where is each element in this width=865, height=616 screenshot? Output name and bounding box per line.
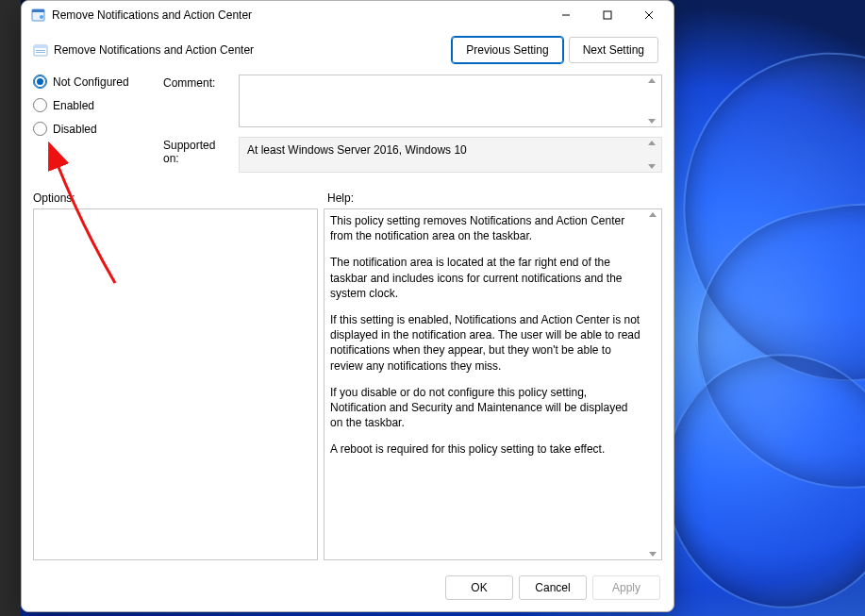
scroll-up-icon <box>649 212 657 217</box>
panel-labels: Options: Help: <box>22 188 674 208</box>
close-button[interactable] <box>628 1 670 29</box>
apply-button[interactable]: Apply <box>592 575 660 600</box>
policy-file-icon <box>31 8 46 23</box>
configuration-area: Not Configured Enabled Disabled Comment: <box>22 75 674 188</box>
radio-icon <box>33 75 47 89</box>
options-label: Options: <box>33 191 327 205</box>
comment-scrollbar[interactable] <box>644 75 659 126</box>
scroll-up-icon <box>648 78 656 83</box>
svg-rect-4 <box>604 11 611 19</box>
minimize-button[interactable] <box>545 1 587 29</box>
radio-icon <box>33 122 47 136</box>
supported-on-textbox: At least Windows Server 2016, Windows 10 <box>239 137 662 173</box>
scroll-up-icon <box>648 141 656 145</box>
policy-editor-window: Remove Notifications and Action Center R… <box>21 0 674 612</box>
window-title: Remove Notifications and Action Center <box>52 8 545 22</box>
supported-on-label: Supported on: <box>163 137 231 173</box>
scroll-down-icon <box>649 552 657 557</box>
radio-not-configured[interactable]: Not Configured <box>33 75 150 89</box>
scroll-down-icon <box>648 164 656 169</box>
radio-label: Not Configured <box>53 75 129 89</box>
comment-label: Comment: <box>163 75 231 127</box>
ok-button[interactable]: OK <box>445 575 513 600</box>
background-left-strip <box>0 0 21 616</box>
panes-container: This policy setting removes Notification… <box>22 208 674 568</box>
svg-rect-10 <box>36 52 45 53</box>
supported-on-value: At least Windows Server 2016, Windows 10 <box>247 143 467 157</box>
options-pane <box>33 208 318 560</box>
cancel-button[interactable]: Cancel <box>519 575 587 600</box>
policy-name-label: Remove Notifications and Action Center <box>54 43 452 57</box>
svg-rect-9 <box>36 50 45 51</box>
help-label: Help: <box>327 191 354 205</box>
radio-label: Enabled <box>53 99 94 112</box>
dialog-footer: OK Cancel Apply <box>22 568 674 611</box>
supported-scrollbar[interactable] <box>644 138 659 172</box>
comment-textarea[interactable] <box>239 75 662 127</box>
state-radio-group: Not Configured Enabled Disabled <box>33 75 150 182</box>
policy-item-icon <box>33 42 48 58</box>
help-paragraph: This policy setting removes Notification… <box>330 213 642 243</box>
help-paragraph: A reboot is required for this policy set… <box>330 441 642 457</box>
help-pane: This policy setting removes Notification… <box>324 208 662 560</box>
titlebar[interactable]: Remove Notifications and Action Center <box>22 1 674 29</box>
radio-label: Disabled <box>53 123 97 136</box>
metadata-fields: Comment: Supported on: At least Windows … <box>163 75 662 182</box>
maximize-button[interactable] <box>587 1 628 29</box>
help-paragraph: The notification area is located at the … <box>330 255 642 301</box>
radio-icon <box>33 98 47 112</box>
next-setting-button[interactable]: Next Setting <box>569 37 658 63</box>
help-scrollbar[interactable] <box>645 209 660 559</box>
scroll-down-icon <box>648 119 656 124</box>
svg-rect-1 <box>32 9 44 12</box>
window-controls <box>545 1 670 29</box>
help-paragraph: If this setting is enabled, Notification… <box>330 312 642 374</box>
svg-point-2 <box>40 15 43 19</box>
radio-enabled[interactable]: Enabled <box>33 98 150 112</box>
previous-setting-button[interactable]: Previous Setting <box>452 37 562 63</box>
svg-rect-8 <box>34 45 47 48</box>
help-paragraph: If you disable or do not configure this … <box>330 385 642 431</box>
policy-header: Remove Notifications and Action Center P… <box>22 29 674 75</box>
radio-disabled[interactable]: Disabled <box>33 122 150 136</box>
